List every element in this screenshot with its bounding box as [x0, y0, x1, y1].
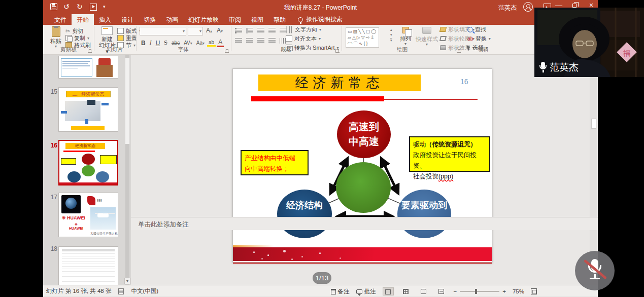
decrease-indent-icon[interactable] [257, 28, 264, 33]
font-size-combo[interactable]: ▾ [188, 27, 203, 35]
notes-pane[interactable]: 单击此处添加备注 [131, 217, 598, 230]
slide-16[interactable]: 经济新常态 16 高速到 中 [232, 68, 492, 263]
mic-muted-button[interactable] [575, 251, 615, 290]
bold-button[interactable]: B [140, 40, 147, 47]
reset-button[interactable]: 重置 [117, 34, 141, 42]
tab-design[interactable]: 设计 [116, 14, 139, 25]
language-indicator[interactable]: 中文(中国) [131, 287, 158, 295]
thumbnail-slide-14[interactable] [58, 56, 118, 79]
shapes-gallery-scroll[interactable]: ▴ ▾ ▾ [390, 28, 392, 43]
notes-toggle-button[interactable]: 备注 [331, 288, 350, 295]
clipboard-dialog-launcher[interactable] [88, 49, 92, 53]
copy-button[interactable]: 复制▾ [65, 34, 91, 42]
canvas-scrollbar-thumb[interactable] [591, 119, 596, 129]
right-callout-line1: 驱动（传统资源诅咒） [413, 139, 486, 150]
shape-growth-circle[interactable]: 高速到 中高速 [337, 110, 391, 158]
webcam-video-overlay[interactable]: 福 范英杰 [534, 8, 644, 77]
grow-font-button[interactable]: A▴ [205, 27, 214, 35]
character-spacing-button[interactable]: AV▾ [182, 40, 194, 46]
text-shadow-button[interactable]: abc [170, 40, 181, 46]
slideshow-view-button[interactable] [436, 287, 447, 295]
zoom-in-button[interactable]: + [502, 288, 506, 294]
align-center-icon[interactable] [246, 38, 253, 44]
paste-button[interactable]: 粘贴 ▾ [48, 26, 63, 49]
layout-button[interactable]: 版式▾ [117, 27, 141, 34]
shape-structure-circle[interactable]: 经济结构 优化升级 [277, 190, 332, 238]
editing-group-label: 编辑 [463, 46, 503, 53]
bullets-icon[interactable] [235, 28, 242, 33]
normal-view-button[interactable] [383, 287, 394, 295]
cut-button[interactable]: ✂剪切 [65, 27, 91, 34]
tab-view[interactable]: 视图 [246, 14, 268, 25]
highlight-color-button[interactable]: ab [207, 40, 216, 47]
shape-driver-circle[interactable]: 要素驱动到 创新驱动 [397, 190, 451, 238]
quick-styles-button[interactable]: 快速样式 ▾ [416, 26, 438, 47]
tab-slideshow[interactable]: 幻灯片放映 [183, 14, 224, 25]
fit-slide-to-window-icon[interactable] [531, 288, 537, 294]
shrink-font-button[interactable]: A▾ [215, 27, 224, 35]
zoom-slider-thumb[interactable] [475, 289, 477, 294]
find-button[interactable]: 查找 [467, 26, 491, 33]
italic-button[interactable]: I [148, 39, 153, 47]
zoom-percentage[interactable]: 75% [513, 288, 524, 294]
account-name[interactable]: 范英杰 [498, 4, 517, 12]
shapes-gallery[interactable]: ▭▧╲╲▢◯ ▱△▷▽⇨⇩ ◜◝⌒∿{} [346, 27, 379, 48]
tab-transitions[interactable]: 切换 [139, 14, 161, 25]
change-case-label: Aa [196, 40, 202, 46]
text-direction-button[interactable]: 文字方向▾ [286, 26, 338, 33]
thumbnail-slide-16[interactable]: 经济新常态 [58, 140, 118, 185]
layout-icon [117, 28, 124, 34]
right-callout-box[interactable]: 驱动（传统资源诅咒） 政府投资让位于民间投资、 社会投资(ppp) [409, 136, 490, 172]
replace-button[interactable]: ab替换▾ [467, 35, 491, 43]
thumbnail-slide-15[interactable]: 二、经济新常态 [58, 87, 118, 132]
tab-help[interactable]: 帮助 [268, 14, 291, 25]
font-row-1: ▾ ▾ A▴ A▾ [140, 27, 230, 35]
zoom-slider[interactable] [460, 291, 499, 292]
change-case-button[interactable]: Aa▾ [195, 40, 206, 46]
thumbnail-scrollbar[interactable] [125, 55, 129, 285]
paragraph-dialog-launcher[interactable] [335, 49, 340, 53]
tab-animations[interactable]: 动画 [161, 14, 183, 25]
thumb15-footer [71, 126, 105, 130]
thumbnail-slide-18[interactable] [58, 246, 118, 285]
slide-sorter-view-button[interactable] [400, 287, 412, 295]
clipboard-small-buttons: ✂剪切 复制▾ 格式刷 [65, 27, 91, 49]
slides-group-label: 幻灯片 [94, 46, 136, 53]
left-callout-line1: 产业结构由中低端 [245, 153, 304, 164]
align-left-icon[interactable] [235, 38, 242, 44]
strikethrough-button[interactable]: S [162, 39, 169, 47]
reading-view-button[interactable] [418, 287, 429, 295]
thumbnail-scrollbar-thumb[interactable] [125, 58, 129, 144]
right-callout-line1b: （传统资源诅咒） [426, 141, 477, 148]
justify-icon[interactable] [268, 38, 276, 44]
thumbnail-scroll-down-button[interactable]: ▼ [124, 278, 130, 284]
comments-toggle-button[interactable]: 批注 [356, 288, 376, 295]
increase-indent-icon[interactable] [268, 28, 276, 33]
underline-button[interactable]: U [154, 40, 162, 47]
canvas-scrollbar[interactable] [590, 56, 597, 271]
align-right-icon[interactable] [257, 38, 264, 44]
notes-placeholder[interactable]: 单击此处添加备注 [138, 220, 189, 229]
tab-review[interactable]: 审阅 [224, 14, 246, 25]
paste-label: 粘贴 [48, 38, 63, 44]
thumb16-right-note [100, 155, 117, 164]
align-text-button[interactable]: 对齐文本▾ [286, 35, 338, 43]
scissors-icon: ✂ [65, 28, 70, 34]
tell-me-search[interactable]: 操作说明搜索 [298, 14, 343, 25]
zoom-out-button[interactable]: − [454, 288, 457, 294]
spellcheck-icon[interactable] [118, 288, 124, 294]
find-label: 查找 [475, 26, 486, 33]
drawing-dialog-launcher[interactable] [457, 49, 461, 53]
tab-home[interactable]: 开始 [72, 14, 94, 25]
gallery-up-icon: ▴ [390, 28, 392, 32]
tab-file[interactable]: 文件 [49, 14, 72, 25]
tab-insert[interactable]: 插入 [94, 14, 116, 25]
font-dialog-launcher[interactable] [225, 49, 229, 53]
font-name-combo[interactable]: ▾ [140, 27, 186, 35]
numbering-icon[interactable] [246, 28, 253, 33]
arrange-button[interactable]: 排列 ▾ [397, 26, 414, 46]
thumbnail-slide-17[interactable]: ▮▮▮ ❋ HUAWEI ❋HUAWEI 大疆公司生产无人机 [58, 193, 118, 237]
shape-center-circle[interactable] [336, 162, 391, 213]
left-callout-box[interactable]: 产业结构由中低端 向中高端转换； [241, 150, 309, 175]
account-avatar-icon[interactable] [523, 2, 533, 12]
